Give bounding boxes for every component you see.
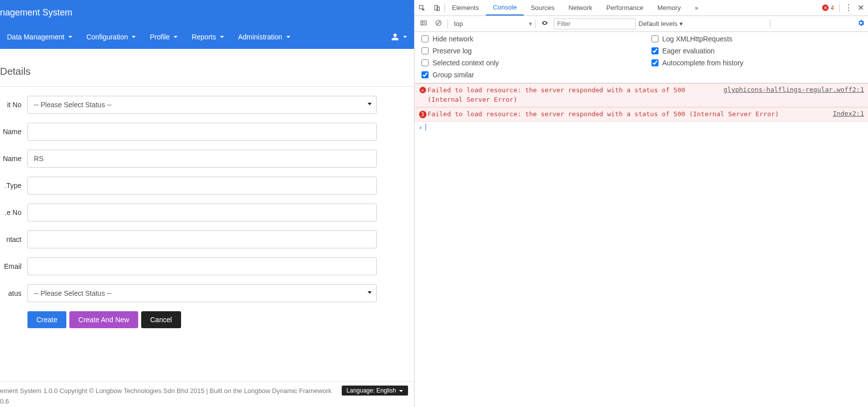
console-filter-input[interactable]	[554, 18, 636, 29]
label-name: Name	[0, 128, 27, 136]
tab-sources[interactable]: Sources	[524, 0, 562, 15]
console-input[interactable]: ›	[415, 122, 868, 133]
svg-rect-3	[421, 21, 427, 25]
main-nav: Data Management Configuration Profile Re…	[0, 25, 414, 49]
opt-preserve-log[interactable]: Preserve log	[422, 47, 632, 55]
user-menu[interactable]	[384, 33, 414, 41]
console-message: Failed to load resource: the server resp…	[428, 86, 717, 105]
form-area: Details it No Name Name Type. e No. ntac…	[0, 49, 414, 381]
tab-memory[interactable]: Memory	[651, 0, 688, 15]
console-toolbar: top ▾ Default levels ▾	[415, 16, 868, 32]
text-cursor	[426, 124, 426, 131]
clear-console-icon[interactable]	[433, 19, 444, 28]
label-status: atus	[0, 289, 27, 297]
language-selector[interactable]: Language: English	[342, 386, 408, 396]
label-license-type: Type.	[0, 182, 27, 190]
nav-data-management[interactable]: Data Management	[0, 33, 79, 41]
console-error-row[interactable]: 3 Failed to load resource: the server re…	[415, 107, 868, 122]
inspect-element-icon[interactable]	[415, 0, 430, 15]
input-license-type[interactable]	[27, 177, 377, 195]
svg-line-6	[437, 21, 440, 25]
opt-group-similar[interactable]: Group similar	[422, 71, 632, 79]
device-toggle-icon[interactable]	[430, 0, 444, 15]
web-app: nagement System Data Management Configur…	[0, 0, 414, 407]
sidebar-toggle-icon[interactable]	[418, 19, 430, 28]
console-source-link[interactable]: glyphicons-halflings-regular.woff2:1	[723, 86, 864, 93]
error-icon: ✕	[420, 87, 426, 93]
app-footer: ement System 1.0.0 Copyright © Longbow T…	[0, 381, 414, 407]
console-message: Failed to load resource: the server resp…	[428, 110, 827, 119]
devtools-menu-icon[interactable]: ⋮	[845, 3, 853, 12]
label-short-name: Name	[0, 155, 27, 163]
select-unit-no[interactable]	[27, 96, 377, 114]
input-short-name[interactable]	[27, 150, 377, 168]
tab-elements[interactable]: Elements	[445, 0, 486, 15]
label-email: Email	[0, 262, 27, 270]
prompt-caret-icon: ›	[419, 124, 423, 131]
footer-text: ement System 1.0.0 Copyright © Longbow T…	[0, 387, 332, 395]
opt-selected-ctx[interactable]: Selected context only	[422, 59, 632, 67]
console-settings: Hide network Log XMLHttpRequests Preserv…	[415, 32, 868, 83]
label-contact: ntact	[0, 235, 27, 243]
input-license-no[interactable]	[27, 204, 377, 221]
input-contact[interactable]	[27, 230, 377, 248]
devtools-tabs: Elements Console Sources Network Perform…	[415, 0, 868, 16]
opt-eager-eval[interactable]: Eager evaluation	[651, 47, 862, 55]
nav-profile[interactable]: Profile	[143, 33, 185, 41]
label-unit-no: it No	[0, 101, 27, 109]
divider	[0, 86, 414, 87]
cancel-button[interactable]: Cancel	[141, 311, 181, 328]
user-icon	[391, 33, 399, 41]
console-output: ✕ Failed to load resource: the server re…	[415, 83, 868, 407]
context-selector[interactable]: top	[451, 19, 526, 28]
live-expression-icon[interactable]	[539, 19, 551, 28]
select-status[interactable]	[27, 284, 377, 302]
console-error-row[interactable]: ✕ Failed to load resource: the server re…	[415, 83, 868, 107]
gear-icon[interactable]	[857, 19, 865, 28]
app-title: nagement System	[0, 7, 72, 18]
console-source-link[interactable]: Index2:1	[833, 110, 864, 117]
create-button[interactable]: Create	[27, 311, 66, 328]
log-level-selector[interactable]: Default levels ▾	[639, 20, 683, 27]
tabs-overflow[interactable]: »	[688, 0, 705, 15]
app-title-bar: nagement System	[0, 0, 414, 25]
section-title: Details	[0, 59, 414, 86]
nav-reports[interactable]: Reports	[185, 33, 231, 41]
error-count-badge[interactable]: ✕ 4	[822, 4, 834, 11]
button-row: Create Create And New Cancel	[27, 311, 414, 328]
create-and-new-button[interactable]: Create And New	[69, 311, 138, 328]
tab-network[interactable]: Network	[562, 0, 600, 15]
devtools-panel: Elements Console Sources Network Perform…	[414, 0, 868, 407]
error-count-icon: 3	[419, 111, 427, 118]
close-icon[interactable]: ✕	[858, 3, 864, 12]
tab-console[interactable]: Console	[486, 0, 524, 15]
error-icon: ✕	[822, 4, 829, 11]
input-name[interactable]	[27, 123, 377, 141]
opt-autocomplete[interactable]: Autocomplete from history	[651, 59, 862, 67]
opt-hide-network[interactable]: Hide network	[422, 35, 632, 43]
tab-performance[interactable]: Performance	[599, 0, 650, 15]
nav-configuration[interactable]: Configuration	[79, 33, 143, 41]
input-email[interactable]	[27, 257, 377, 275]
opt-log-xhr[interactable]: Log XMLHttpRequests	[651, 35, 862, 43]
nav-administration[interactable]: Administration	[231, 33, 297, 41]
footer-version: 0.6	[0, 398, 414, 405]
label-license-no: e No.	[0, 208, 27, 216]
